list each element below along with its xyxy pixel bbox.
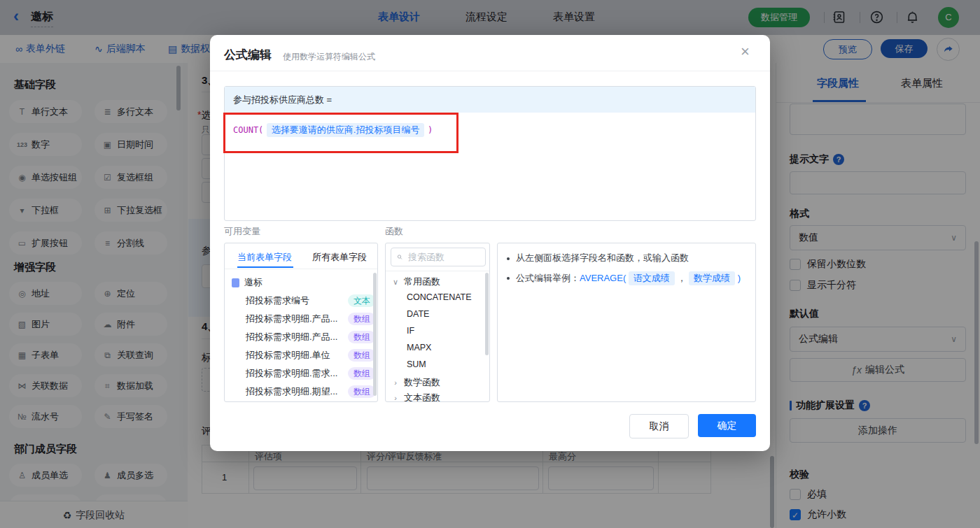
divider — [225, 269, 378, 269]
tip-line-2: 公式编辑举例：AVERAGE( 语文成绩 ， 数学成绩 ) — [516, 271, 741, 285]
modal-subtitle: 使用数学运算符编辑公式 — [283, 51, 375, 63]
app-screen: ‹ 邀标 表单设计 流程设定 表单设置 数据管理 C ∞ — [0, 0, 980, 528]
formula-edit-modal: 公式编辑 使用数学运算符编辑公式 × 参与招投标供应商总数 = COUNT( 选… — [210, 35, 770, 451]
formula-editor[interactable]: 参与招投标供应商总数 = COUNT( 选择要邀请的供应商.招投标项目编号 ) — [224, 86, 756, 221]
variable-row[interactable]: 招投标需求编号文本 — [246, 292, 376, 310]
function-item[interactable]: MAPX — [407, 343, 431, 352]
type-badge: 文本 — [348, 294, 376, 307]
search-icon — [397, 252, 402, 262]
function-item[interactable]: IF — [407, 326, 414, 336]
variable-row[interactable]: 招投标需求明细.单位数组 — [246, 346, 376, 364]
annotation-red-box — [223, 113, 458, 153]
functions-scrollbar[interactable] — [485, 273, 489, 355]
close-icon[interactable]: × — [741, 45, 750, 59]
cancel-button[interactable]: 取消 — [629, 414, 689, 438]
example-chip: 语文成绩 — [629, 271, 675, 285]
example-chip: 数学成绩 — [689, 271, 735, 285]
divider — [210, 71, 770, 71]
tab-all-form-fields[interactable]: 所有表单字段 — [312, 251, 367, 264]
type-badge: 数组 — [348, 385, 376, 398]
bullet-dot — [507, 277, 510, 280]
variable-row[interactable]: 招投标需求明细.产品...数组 — [246, 328, 376, 346]
divider — [386, 271, 490, 271]
function-group-text[interactable]: ›文本函数 — [392, 392, 440, 402]
tip-line-1: 从左侧面板选择字段名和函数，或输入函数 — [516, 252, 689, 264]
active-tab-underline — [237, 266, 293, 268]
formula-target: 参与招投标供应商总数 = — [233, 94, 332, 106]
tab-current-form-fields[interactable]: 当前表单字段 — [237, 251, 292, 264]
tree-root-form[interactable]: 邀标 — [232, 274, 365, 291]
variables-label: 可用变量 — [224, 225, 260, 238]
variable-row[interactable]: 招投标需求明细.需求...数组 — [246, 364, 376, 383]
chevron-right-icon: › — [392, 394, 399, 402]
modal-title: 公式编辑 — [224, 47, 272, 63]
bullet-dot — [507, 257, 510, 260]
function-search[interactable] — [391, 248, 486, 266]
functions-panel: ∨常用函数 CONCATENATE DATE IF MAPX SUM ›数学函数… — [385, 243, 490, 402]
chevron-right-icon: › — [392, 378, 399, 387]
tips-panel: 从左侧面板选择字段名和函数，或输入函数 公式编辑举例：AVERAGE( 语文成绩… — [497, 243, 756, 402]
type-badge: 数组 — [348, 313, 376, 325]
tree-root-label: 邀标 — [244, 276, 262, 289]
function-item[interactable]: SUM — [407, 359, 426, 369]
variables-scrollbar[interactable] — [373, 273, 377, 396]
formula-target-strip: 参与招投标供应商总数 = — [225, 87, 755, 113]
chevron-down-icon: ∨ — [392, 278, 399, 287]
form-doc-icon — [232, 278, 239, 287]
type-badge: 数组 — [348, 349, 376, 362]
function-item[interactable]: DATE — [407, 309, 429, 319]
function-group-math[interactable]: ›数学函数 — [392, 376, 440, 389]
type-badge: 数组 — [348, 367, 376, 380]
variable-row[interactable]: 招投标需求明细.期望...数组 — [246, 383, 376, 401]
type-badge: 数组 — [348, 331, 376, 343]
function-search-input[interactable] — [407, 251, 479, 263]
function-group-common[interactable]: ∨常用函数 — [392, 276, 440, 288]
functions-label: 函数 — [385, 225, 403, 238]
variables-panel: 当前表单字段 所有表单字段 邀标 招投标需求编号文本 招投标需求明细.产品...… — [224, 243, 378, 402]
function-item[interactable]: CONCATENATE — [407, 292, 472, 302]
variable-row[interactable]: 招投标需求明细.产品...数组 — [246, 310, 376, 328]
confirm-button[interactable]: 确定 — [698, 414, 756, 437]
average-function: AVERAGE( — [580, 273, 626, 283]
